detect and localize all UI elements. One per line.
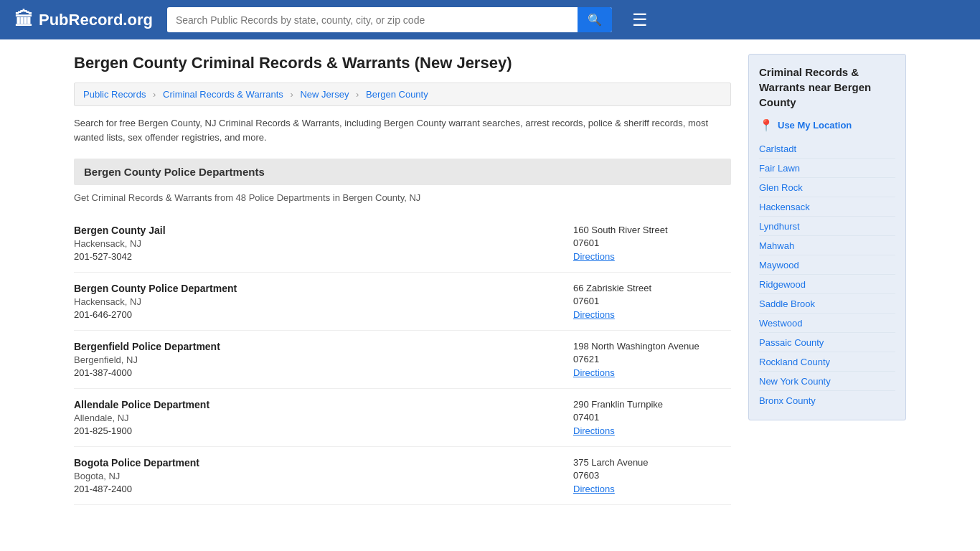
dept-info-1: Bergen County Police Department Hackensa… bbox=[74, 283, 573, 320]
logo-text: PubRecord.org bbox=[39, 11, 153, 29]
breadcrumb-criminal-records[interactable]: Criminal Records & Warrants bbox=[163, 89, 283, 100]
dept-street: 160 South River Street bbox=[573, 225, 731, 235]
sidebar-link-13[interactable]: Bronx County bbox=[759, 395, 816, 406]
table-row: Bergen County Jail Hackensack, NJ 201-52… bbox=[74, 215, 731, 273]
breadcrumb-public-records[interactable]: Public Records bbox=[83, 89, 146, 100]
search-bar: 🔍 bbox=[167, 7, 612, 32]
dept-street: 290 Franklin Turnpike bbox=[573, 399, 731, 410]
sidebar-link-5[interactable]: Mahwah bbox=[759, 240, 794, 251]
search-input[interactable] bbox=[167, 9, 578, 32]
menu-button[interactable]: ☰ bbox=[632, 10, 648, 30]
logo-icon: 🏛 bbox=[14, 9, 33, 31]
section-header: Bergen County Police Departments bbox=[74, 159, 731, 185]
list-item: Lyndhurst bbox=[759, 217, 895, 236]
sidebar-link-11[interactable]: Rockland County bbox=[759, 357, 830, 367]
dept-address-4: 375 Larch Avenue 07603 Directions bbox=[573, 457, 731, 494]
page-title: Bergen County Criminal Records & Warrant… bbox=[74, 54, 731, 72]
dept-phone: 201-825-1900 bbox=[74, 425, 573, 436]
dept-zip: 07603 bbox=[573, 470, 731, 481]
sidebar-link-0[interactable]: Carlstadt bbox=[759, 143, 796, 154]
list-item: Rockland County bbox=[759, 352, 895, 372]
breadcrumb: Public Records › Criminal Records & Warr… bbox=[74, 83, 731, 106]
page-description: Search for free Bergen County, NJ Crimin… bbox=[74, 116, 731, 144]
site-logo[interactable]: 🏛 PubRecord.org bbox=[14, 9, 153, 31]
dept-street: 66 Zabriskie Street bbox=[573, 283, 731, 293]
table-row: Bergen County Police Department Hackensa… bbox=[74, 273, 731, 331]
breadcrumb-new-jersey[interactable]: New Jersey bbox=[300, 89, 349, 100]
dept-info-2: Bergenfield Police Department Bergenfiel… bbox=[74, 341, 573, 378]
dept-phone: 201-646-2700 bbox=[74, 309, 573, 320]
sidebar-link-7[interactable]: Ridgewood bbox=[759, 279, 806, 290]
sidebar-title: Criminal Records & Warrants near Bergen … bbox=[759, 65, 895, 110]
dept-address-1: 66 Zabriskie Street 07601 Directions bbox=[573, 283, 731, 320]
sidebar-link-12[interactable]: New York County bbox=[759, 376, 831, 387]
dept-name: Bogota Police Department bbox=[74, 457, 573, 468]
list-item: Ridgewood bbox=[759, 275, 895, 294]
table-row: Bogota Police Department Bogota, NJ 201-… bbox=[74, 447, 731, 505]
list-item: New York County bbox=[759, 372, 895, 391]
dept-street: 198 North Washington Avenue bbox=[573, 341, 731, 352]
dept-city: Hackensack, NJ bbox=[74, 238, 573, 249]
list-item: Hackensack bbox=[759, 197, 895, 217]
directions-link[interactable]: Directions bbox=[573, 309, 615, 320]
list-item: Mahwah bbox=[759, 236, 895, 255]
list-item: Passaic County bbox=[759, 333, 895, 352]
dept-address-2: 198 North Washington Avenue 07621 Direct… bbox=[573, 341, 731, 378]
sidebar: Criminal Records & Warrants near Bergen … bbox=[748, 54, 906, 505]
search-icon: 🔍 bbox=[588, 14, 602, 26]
dept-zip: 07621 bbox=[573, 354, 731, 364]
dept-phone: 201-527-3042 bbox=[74, 251, 573, 262]
list-item: Fair Lawn bbox=[759, 159, 895, 178]
location-icon: 📍 bbox=[759, 118, 773, 132]
dept-name: Bergen County Police Department bbox=[74, 283, 573, 294]
dept-city: Hackensack, NJ bbox=[74, 296, 573, 307]
sidebar-link-10[interactable]: Passaic County bbox=[759, 337, 824, 348]
dept-address-3: 290 Franklin Turnpike 07401 Directions bbox=[573, 399, 731, 436]
breadcrumb-bergen-county[interactable]: Bergen County bbox=[366, 89, 428, 100]
breadcrumb-sep-3: › bbox=[356, 89, 359, 100]
breadcrumb-sep-1: › bbox=[153, 89, 156, 100]
department-list: Bergen County Jail Hackensack, NJ 201-52… bbox=[74, 215, 731, 505]
use-location-label: Use My Location bbox=[778, 120, 852, 131]
dept-info-3: Allendale Police Department Allendale, N… bbox=[74, 399, 573, 436]
directions-link[interactable]: Directions bbox=[573, 251, 615, 262]
dept-phone: 201-487-2400 bbox=[74, 484, 573, 494]
list-item: Bronx County bbox=[759, 391, 895, 410]
sidebar-link-2[interactable]: Glen Rock bbox=[759, 182, 803, 193]
directions-link[interactable]: Directions bbox=[573, 484, 615, 494]
directions-link[interactable]: Directions bbox=[573, 425, 615, 436]
search-button[interactable]: 🔍 bbox=[578, 7, 612, 32]
dept-zip: 07401 bbox=[573, 412, 731, 423]
dept-name: Allendale Police Department bbox=[74, 399, 573, 410]
dept-info-0: Bergen County Jail Hackensack, NJ 201-52… bbox=[74, 225, 573, 262]
main-container: Bergen County Criminal Records & Warrant… bbox=[60, 39, 920, 519]
dept-name: Bergen County Jail bbox=[74, 225, 573, 236]
dept-phone: 201-387-4000 bbox=[74, 367, 573, 378]
list-item: Saddle Brook bbox=[759, 294, 895, 314]
dept-address-0: 160 South River Street 07601 Directions bbox=[573, 225, 731, 262]
use-location-button[interactable]: 📍 Use My Location bbox=[759, 118, 895, 132]
breadcrumb-sep-2: › bbox=[291, 89, 293, 100]
sidebar-link-6[interactable]: Maywood bbox=[759, 260, 799, 270]
dept-zip: 07601 bbox=[573, 237, 731, 248]
sidebar-link-8[interactable]: Saddle Brook bbox=[759, 298, 815, 309]
sidebar-link-1[interactable]: Fair Lawn bbox=[759, 163, 800, 174]
sidebar-links: CarlstadtFair LawnGlen RockHackensackLyn… bbox=[759, 139, 895, 410]
dept-city: Allendale, NJ bbox=[74, 413, 573, 423]
site-header: 🏛 PubRecord.org 🔍 ☰ bbox=[0, 0, 980, 39]
dept-info-4: Bogota Police Department Bogota, NJ 201-… bbox=[74, 457, 573, 494]
list-item: Glen Rock bbox=[759, 178, 895, 197]
dept-city: Bogota, NJ bbox=[74, 471, 573, 481]
dept-street: 375 Larch Avenue bbox=[573, 457, 731, 468]
section-subtext: Get Criminal Records & Warrants from 48 … bbox=[74, 192, 731, 203]
list-item: Westwood bbox=[759, 314, 895, 333]
content-area: Bergen County Criminal Records & Warrant… bbox=[74, 54, 731, 505]
sidebar-link-9[interactable]: Westwood bbox=[759, 318, 802, 329]
sidebar-link-4[interactable]: Lyndhurst bbox=[759, 221, 800, 232]
table-row: Allendale Police Department Allendale, N… bbox=[74, 389, 731, 447]
list-item: Carlstadt bbox=[759, 139, 895, 159]
directions-link[interactable]: Directions bbox=[573, 367, 615, 378]
sidebar-link-3[interactable]: Hackensack bbox=[759, 202, 810, 212]
dept-zip: 07601 bbox=[573, 296, 731, 306]
sidebar-box: Criminal Records & Warrants near Bergen … bbox=[748, 54, 906, 420]
